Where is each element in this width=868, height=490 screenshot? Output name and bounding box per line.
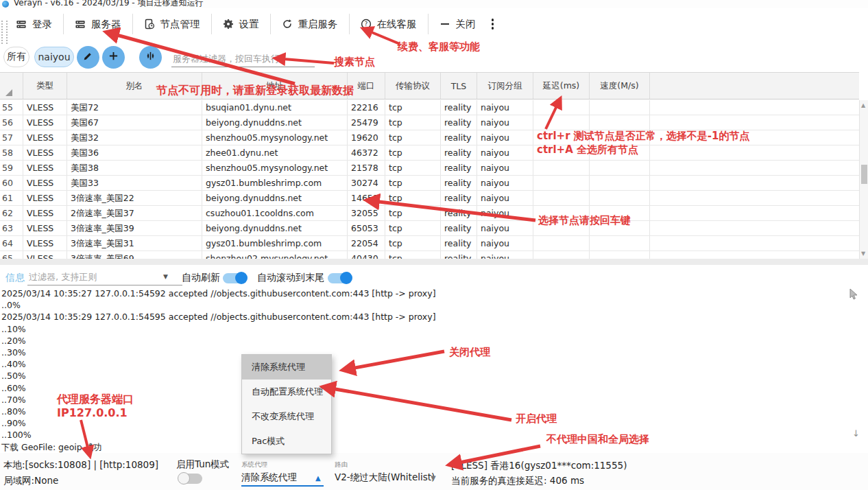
sysproxy-select-label: 系统代理 — [241, 460, 267, 469]
proxy-menu-item[interactable]: 自动配置系统代理 — [242, 380, 331, 404]
table-row[interactable]: 61VLESS3倍速率_美国22beiyong.dynuddns.net1465… — [0, 191, 859, 206]
select-all-triangle-icon[interactable] — [5, 89, 12, 96]
cell-delay — [533, 191, 590, 205]
cell-address: shenzhou02.mysynology.net — [202, 251, 348, 259]
cell-group: naiyou — [477, 206, 533, 220]
table-row[interactable]: 56VLESS美国67beiyong.dynuddns.net25479tcpr… — [0, 115, 859, 130]
window-title: Verayn - v6.16 - 2024/03/19 - 项目迁移通知运行 — [14, 0, 204, 8]
cell-filler — [650, 251, 859, 259]
cell-transport: tcp — [385, 191, 441, 205]
column-header-index[interactable] — [0, 73, 23, 99]
scroll-down-icon[interactable]: ▼ — [861, 250, 865, 257]
log-line: 2025/03/14 10:35:29 127.0.0.1:54595 acce… — [1, 311, 436, 323]
status-bar: 本地:[socks:10808] | [http:10809] 局域网:None… — [0, 453, 868, 490]
table-row[interactable]: 55VLESS美国72bsuqian01.dynu.net22216tcprea… — [0, 100, 859, 115]
server-stack-icon — [16, 19, 27, 30]
table-vertical-scrollbar[interactable]: ▲ ▼ — [859, 100, 868, 259]
toolbar-button-label: 登录 — [32, 18, 52, 31]
toolbar-button-label: 在线客服 — [377, 18, 417, 31]
cell-tls: reality — [441, 145, 477, 160]
table-row[interactable]: 62VLESS2倍速率_美国37csuzhou01.1cooldns.com32… — [0, 206, 859, 221]
caret-down-icon[interactable]: ▼ — [431, 474, 436, 482]
cell-address: shenzhou05.mysynology.net — [202, 130, 348, 145]
cell-transport: tcp — [385, 236, 441, 250]
cell-group: naiyou — [477, 251, 533, 259]
toolbar-grip-handle[interactable] — [1, 21, 8, 44]
cell-speed — [590, 236, 650, 250]
cell-group: naiyou — [477, 161, 533, 175]
toolbar-button-settings[interactable]: 设置 — [217, 14, 265, 35]
table-row[interactable]: 58VLESS美国36zhee01.dynu.net46372tcprealit… — [0, 145, 859, 161]
tab-info[interactable]: 信息 — [5, 272, 25, 284]
cell-delay — [533, 161, 590, 175]
auto-scroll-toggle[interactable] — [328, 273, 351, 283]
toolbar-button-servers[interactable]: 服务器 — [69, 14, 128, 35]
kebab-menu-icon[interactable] — [486, 16, 500, 32]
edit-group-button[interactable] — [77, 46, 99, 69]
cell-type: VLESS — [23, 100, 67, 115]
toolbar-divider — [132, 14, 133, 34]
chevron-down-icon[interactable]: ▼ — [163, 273, 168, 280]
table-row[interactable]: 65VLESS3倍速率_美国69shenzhou02.mysynology.ne… — [0, 251, 859, 259]
column-header-类型[interactable]: 类型 — [23, 73, 67, 99]
cell-type: VLESS — [23, 145, 67, 160]
toolbar-button-close[interactable]: 关闭 — [433, 14, 482, 35]
cell-type: VLESS — [23, 236, 67, 250]
cell-group: naiyou — [477, 221, 533, 235]
cell-speed — [590, 100, 650, 115]
scroll-down-hint-icon: ↓ — [852, 428, 860, 439]
cell-alias: 美国32 — [67, 130, 202, 145]
cell-filler — [650, 100, 859, 115]
cell-tls: reality — [441, 221, 477, 235]
proxy-menu-item[interactable]: 清除系统代理 — [242, 355, 331, 380]
auto-refresh-toggle[interactable] — [223, 273, 246, 283]
cell-type: VLESS — [23, 191, 67, 205]
toolbar-button-node-manage[interactable]: 节点管理 — [138, 14, 206, 35]
column-header-延迟(ms)[interactable]: 延迟(ms) — [533, 73, 590, 99]
chip-all[interactable]: 所有 — [3, 47, 29, 67]
column-header-传输协议[interactable]: 传输协议 — [385, 73, 441, 99]
mouse-cursor-icon — [849, 288, 858, 303]
sort-split-button[interactable] — [139, 46, 162, 69]
cell-num: 61 — [0, 191, 23, 205]
column-header-订阅分组[interactable]: 订阅分组 — [477, 73, 533, 99]
tun-mode-toggle[interactable] — [179, 474, 202, 484]
cell-type: VLESS — [23, 221, 67, 235]
cell-num: 59 — [0, 161, 23, 175]
toolbar-button-login[interactable]: 登录 — [10, 14, 58, 35]
table-row[interactable]: 64VLESS3倍速率_美国31gysz01.bumbleshrimp.com2… — [0, 236, 859, 251]
cell-alias: 3倍速率_美国39 — [67, 221, 202, 235]
cell-tls: reality — [441, 206, 477, 220]
chip-naiyou[interactable]: naiyou — [34, 47, 74, 67]
toolbar-button-online-support[interactable]: ?在线客服 — [354, 14, 423, 35]
table-row[interactable]: 63VLESS3倍速率_美国39beiyong.dynuddns.net6505… — [0, 221, 859, 236]
toolbar-button-restart-service[interactable]: 重启服务 — [276, 14, 344, 35]
column-header-TLS[interactable]: TLS — [441, 73, 477, 99]
log-line: ..50% — [1, 370, 436, 382]
column-header-速度(M/s)[interactable]: 速度(M/s) — [590, 73, 650, 99]
server-filter-input[interactable] — [171, 51, 315, 67]
sysproxy-select[interactable]: 清除系统代理 — [241, 471, 297, 484]
column-header-index[interactable] — [650, 73, 859, 99]
server-table: 55VLESS美国72bsuqian01.dynu.net22216tcprea… — [0, 100, 859, 259]
add-group-button[interactable] — [102, 46, 125, 69]
auto-refresh-label: 自动刷新 — [182, 272, 220, 284]
cell-tls: reality — [441, 100, 477, 115]
cell-alias: 3倍速率_美国31 — [67, 236, 202, 250]
cell-address: gysz01.bumbleshrimp.com — [202, 236, 348, 250]
log-filter-input[interactable] — [27, 269, 182, 285]
scrollbar-thumb[interactable] — [861, 165, 867, 184]
scroll-up-icon[interactable]: ▲ — [861, 102, 865, 108]
proxy-menu-item[interactable]: Pac模式 — [242, 429, 331, 454]
cell-tls: reality — [441, 115, 477, 130]
table-horizontal-scrollbar[interactable] — [0, 259, 868, 265]
route-select[interactable]: V2-绕过大陆(Whitelist) — [335, 471, 435, 484]
caret-up-icon[interactable]: ▲ — [315, 474, 321, 482]
cell-group: naiyou — [477, 115, 533, 130]
table-row[interactable]: 59VLESS美国38shenzhou05.mysynology.net2157… — [0, 161, 859, 176]
log-line: ..100% — [1, 429, 436, 441]
table-row[interactable]: 60VLESS美国33gysz01.bumbleshrimp.com30274t… — [0, 176, 859, 191]
proxy-menu-item[interactable]: 不改变系统代理 — [242, 404, 331, 429]
cell-num: 55 — [0, 100, 23, 115]
cell-transport: tcp — [385, 115, 441, 130]
